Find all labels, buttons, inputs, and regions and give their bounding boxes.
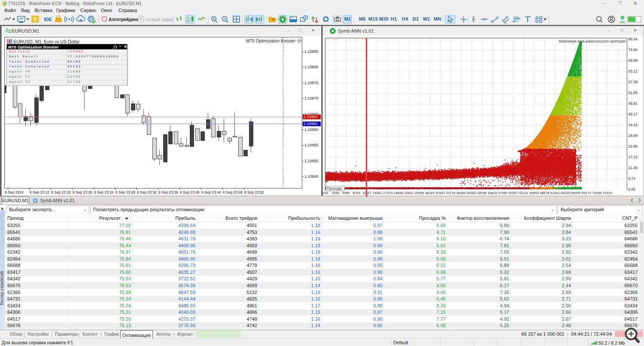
svg-text:Алготрейдинг: Алготрейдинг <box>109 17 139 22</box>
svg-text:$: $ <box>34 16 37 22</box>
svg-text:Новый ордер: Новый ордер <box>146 17 174 22</box>
svg-text:LVL: LVL <box>620 20 626 24</box>
svg-text:IDE: IDE <box>44 17 52 22</box>
